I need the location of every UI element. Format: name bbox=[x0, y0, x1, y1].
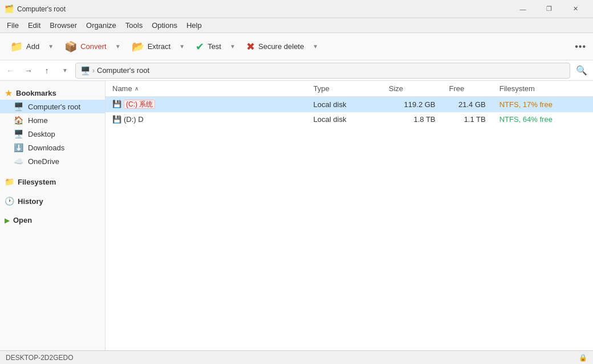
forward-button[interactable]: → bbox=[21, 63, 36, 79]
onedrive-label: OneDrive bbox=[28, 157, 59, 166]
col-header-free[interactable]: Free bbox=[442, 81, 493, 97]
open-icon: ▶ bbox=[5, 216, 10, 224]
sidebar-item-onedrive[interactable]: ☁️ OneDrive bbox=[0, 154, 105, 168]
file-table: Name ∧ Type Size Free Filesystem 💾(C:) 系… bbox=[105, 81, 593, 126]
more-button[interactable]: ••• bbox=[572, 36, 588, 57]
desktop-icon: 🖥️ bbox=[14, 129, 23, 138]
search-icon: 🔍 bbox=[576, 65, 587, 76]
sidebar-item-desktop[interactable]: 🖥️ Desktop bbox=[0, 127, 105, 141]
col-header-type[interactable]: Type bbox=[307, 81, 382, 97]
search-button[interactable]: 🔍 bbox=[572, 63, 591, 79]
menu-help[interactable]: Help bbox=[182, 20, 206, 31]
history-label: History bbox=[18, 197, 43, 206]
extract-label: Extract bbox=[148, 42, 170, 51]
file-size: 1.8 TB bbox=[382, 112, 442, 126]
secure-delete-label: Secure delete bbox=[258, 42, 304, 51]
toolbar: 📁 Add ▼ 📦 Convert ▼ 📂 Extract ▼ ✔ Test ▼ bbox=[0, 33, 593, 60]
address-bar: ← → ↑ ▼ 🖥️ › Computer's root 🔍 bbox=[0, 60, 593, 81]
file-free: 1.1 TB bbox=[442, 112, 493, 126]
up-button[interactable]: ↑ bbox=[39, 63, 55, 79]
path-dropdown-button[interactable]: ▼ bbox=[57, 63, 73, 79]
filesystem-label: Filesystem bbox=[18, 178, 56, 186]
extract-button[interactable]: 📂 Extract bbox=[126, 38, 176, 55]
extract-dropdown[interactable]: ▼ bbox=[176, 36, 188, 57]
col-header-filesystem[interactable]: Filesystem bbox=[493, 81, 593, 97]
add-button[interactable]: 📁 Add bbox=[5, 38, 45, 55]
downloads-icon: ⬇️ bbox=[14, 143, 23, 152]
home-label: Home bbox=[28, 116, 48, 125]
window-title: Computer's root bbox=[17, 5, 66, 13]
sidebar-item-home[interactable]: 🏠 Home bbox=[0, 113, 105, 127]
title-bar-left: 🗂️ Computer's root bbox=[5, 5, 66, 14]
convert-button[interactable]: 📦 Convert bbox=[59, 38, 112, 55]
path-text: Computer's root bbox=[97, 66, 149, 75]
title-bar: 🗂️ Computer's root — ❐ ✕ bbox=[0, 0, 593, 18]
chevron-down-icon: ▼ bbox=[62, 67, 68, 73]
drive-name: (D:) D bbox=[124, 115, 144, 124]
menu-bar: File Edit Browser Organize Tools Options… bbox=[0, 18, 593, 33]
col-header-size[interactable]: Size bbox=[382, 81, 442, 97]
main-content: ★ Bookmarks 🖥️ Computer's root 🏠 Home 🖥️… bbox=[0, 81, 593, 350]
onedrive-icon: ☁️ bbox=[14, 157, 23, 166]
restore-button[interactable]: ❐ bbox=[536, 0, 562, 18]
sidebar-item-computers-root[interactable]: 🖥️ Computer's root bbox=[0, 100, 105, 113]
file-name: 💾(D:) D bbox=[105, 112, 307, 126]
sidebar-filesystem-header[interactable]: 📁 Filesystem bbox=[0, 175, 105, 187]
menu-tools[interactable]: Tools bbox=[121, 20, 147, 31]
table-row[interactable]: 💾(C:) 系统Local disk119.2 GB21.4 GBNTFS, 1… bbox=[105, 97, 593, 113]
menu-browser[interactable]: Browser bbox=[45, 20, 82, 31]
add-dropdown[interactable]: ▼ bbox=[45, 36, 56, 57]
computer-icon: 🖥️ bbox=[14, 102, 23, 111]
path-separator: › bbox=[92, 67, 95, 75]
sidebar-history-header[interactable]: 🕐 History bbox=[0, 194, 105, 207]
test-button[interactable]: ✔ Test bbox=[190, 38, 227, 55]
chevron-down-icon: ▼ bbox=[48, 43, 54, 50]
col-header-name[interactable]: Name ∧ bbox=[105, 81, 307, 97]
secure-delete-button[interactable]: ✖ Secure delete bbox=[241, 38, 310, 55]
close-button[interactable]: ✕ bbox=[562, 0, 588, 18]
sidebar-open-header[interactable]: ▶ Open bbox=[0, 214, 105, 226]
add-label: Add bbox=[26, 42, 39, 51]
chevron-down-icon: ▼ bbox=[115, 43, 121, 50]
app-icon: 🗂️ bbox=[5, 5, 14, 14]
convert-icon: 📦 bbox=[64, 40, 77, 53]
address-path[interactable]: 🖥️ › Computer's root bbox=[75, 63, 570, 79]
computers-root-label: Computer's root bbox=[28, 103, 80, 111]
secure-delete-dropdown[interactable]: ▼ bbox=[310, 36, 321, 57]
file-filesystem: NTFS, 17% free bbox=[493, 97, 593, 113]
menu-organize[interactable]: Organize bbox=[82, 20, 121, 31]
file-free: 21.4 GB bbox=[442, 97, 493, 113]
computer-name: DESKTOP-2D2GEDO bbox=[6, 354, 73, 362]
secure-delete-group: ✖ Secure delete ▼ bbox=[241, 36, 321, 57]
convert-group: 📦 Convert ▼ bbox=[59, 36, 124, 57]
status-bar: DESKTOP-2D2GEDO 🔒 bbox=[0, 350, 593, 364]
test-dropdown[interactable]: ▼ bbox=[227, 36, 238, 57]
table-row[interactable]: 💾(D:) DLocal disk1.8 TB1.1 TBNTFS, 64% f… bbox=[105, 112, 593, 126]
file-name: 💾(C:) 系统 bbox=[105, 97, 307, 113]
sidebar-item-downloads[interactable]: ⬇️ Downloads bbox=[0, 141, 105, 154]
back-button[interactable]: ← bbox=[2, 63, 18, 79]
bookmarks-label: Bookmarks bbox=[16, 89, 56, 97]
chevron-down-icon: ▼ bbox=[230, 43, 235, 50]
downloads-label: Downloads bbox=[28, 144, 64, 152]
file-type: Local disk bbox=[307, 97, 382, 113]
secure-delete-icon: ✖ bbox=[246, 40, 255, 53]
sidebar-bookmarks-header[interactable]: ★ Bookmarks bbox=[0, 85, 105, 100]
convert-dropdown[interactable]: ▼ bbox=[112, 36, 124, 57]
menu-edit[interactable]: Edit bbox=[23, 20, 45, 31]
test-group: ✔ Test ▼ bbox=[190, 36, 238, 57]
home-icon: 🏠 bbox=[14, 116, 23, 125]
file-filesystem: NTFS, 64% free bbox=[493, 112, 593, 126]
sidebar: ★ Bookmarks 🖥️ Computer's root 🏠 Home 🖥️… bbox=[0, 81, 105, 350]
lock-icon: 🔒 bbox=[579, 354, 587, 362]
menu-file[interactable]: File bbox=[2, 20, 23, 31]
more-icon: ••• bbox=[575, 42, 586, 52]
drive-c-label: (C:) 系统 bbox=[124, 100, 155, 109]
chevron-down-icon: ▼ bbox=[312, 43, 318, 50]
minimize-button[interactable]: — bbox=[510, 0, 536, 18]
menu-options[interactable]: Options bbox=[147, 20, 182, 31]
test-icon: ✔ bbox=[196, 40, 204, 53]
test-label: Test bbox=[208, 42, 221, 51]
drive-icon: 💾 bbox=[112, 100, 121, 108]
title-bar-controls: — ❐ ✕ bbox=[510, 0, 588, 18]
